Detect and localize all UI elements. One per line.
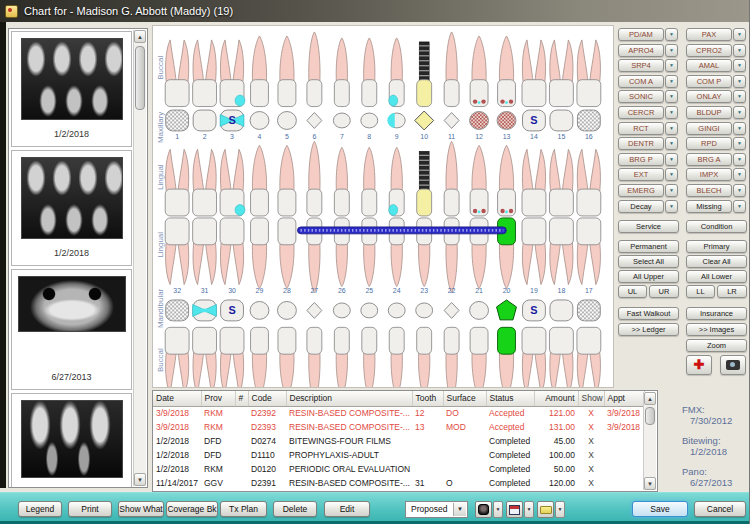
proc-button-brg-p[interactable]: BRG P <box>618 153 664 166</box>
tooth-16-lingual[interactable] <box>577 149 601 216</box>
tooth-8-buccal[interactable] <box>362 38 377 107</box>
proc-button-pd-am[interactable]: PD/AM <box>618 28 664 41</box>
tooth-3-lingual[interactable] <box>220 149 245 216</box>
tooth-11-buccal[interactable] <box>444 32 459 107</box>
tooth-7-lingual[interactable] <box>334 147 349 216</box>
primary-button[interactable]: Primary <box>686 240 747 253</box>
proc-dropdown-rct[interactable]: ▼ <box>665 122 678 135</box>
proc-dropdown-brg-a[interactable]: ▼ <box>733 153 746 166</box>
proc-button-gingi[interactable]: GINGI <box>686 122 732 135</box>
tooth-10-buccal[interactable] <box>417 42 432 107</box>
tooth-28-lingual[interactable] <box>278 218 296 289</box>
proc-dropdown-emerg[interactable]: ▼ <box>665 184 678 197</box>
tooth-20-occlusal[interactable] <box>497 300 517 320</box>
tooth-25-buccal[interactable] <box>362 327 377 387</box>
proc-dropdown-pax[interactable]: ▼ <box>733 28 746 41</box>
proc-dropdown-com-p[interactable]: ▼ <box>733 75 746 88</box>
column-header-surface[interactable]: Surface <box>443 391 486 406</box>
select-all-button[interactable]: Select All <box>618 255 679 268</box>
proc-button-pax[interactable]: PAX <box>686 28 732 41</box>
tooth-3-buccal[interactable] <box>220 40 245 107</box>
tooth-17-occlusal[interactable] <box>577 300 600 321</box>
proc-button-cercr[interactable]: CERCR <box>618 106 664 119</box>
tooth-4-buccal[interactable] <box>251 36 269 107</box>
tooth-31-occlusal[interactable] <box>193 300 217 321</box>
thumbnail-scrollbar[interactable]: ▲ ▼ <box>133 30 146 486</box>
tooth-4-occlusal[interactable] <box>250 112 269 130</box>
decay-dropdown[interactable]: ▼ <box>665 200 678 213</box>
tooth-14-buccal[interactable] <box>522 40 546 107</box>
delete-button[interactable]: Delete <box>273 501 317 517</box>
insurance-button[interactable]: Insurance <box>686 307 747 320</box>
fast-walkout-button[interactable]: Fast Walkout <box>618 307 679 320</box>
tooth-19-occlusal[interactable]: S <box>523 300 546 321</box>
proc-button-rct[interactable]: RCT <box>618 122 664 135</box>
proc-dropdown-cercr[interactable]: ▼ <box>665 106 678 119</box>
tooth-12-occlusal[interactable] <box>470 112 489 130</box>
tooth-12-buccal[interactable] <box>470 36 488 107</box>
tooth-10-lingual[interactable] <box>417 151 432 216</box>
proc-button-dentr[interactable]: DENTR <box>618 137 664 150</box>
tooth-7-buccal[interactable] <box>334 38 349 107</box>
scroll-up-icon[interactable]: ▲ <box>644 392 656 405</box>
dark-tooth-dropdown[interactable]: ▼ <box>493 501 503 518</box>
missing-button[interactable]: Missing <box>686 200 732 213</box>
proc-dropdown-amal[interactable]: ▼ <box>733 59 746 72</box>
proc-dropdown-gingi[interactable]: ▼ <box>733 122 746 135</box>
proc-dropdown-bldup[interactable]: ▼ <box>733 106 746 119</box>
tooth-20-buccal[interactable] <box>498 327 516 387</box>
title-bar[interactable]: Chart for - Madison G. Abbott (Maddy) (1… <box>0 0 749 22</box>
tooth-28-buccal[interactable] <box>278 327 296 387</box>
procedure-row[interactable]: 1/2/2018DFDD1110PROPHYLAXIS-ADULTComplet… <box>153 448 644 462</box>
tooth-22-buccal[interactable] <box>444 327 459 387</box>
tooth-10-occlusal[interactable] <box>415 111 434 130</box>
tooth-8-lingual[interactable] <box>362 147 377 216</box>
tooth-31-lingual[interactable] <box>193 218 217 285</box>
proc-button-sonic[interactable]: SONIC <box>618 90 664 103</box>
coverage-bk-button[interactable]: Coverage Bk <box>166 501 218 517</box>
tooth-29-occlusal[interactable] <box>250 301 269 319</box>
tooth-16-occlusal[interactable] <box>577 110 600 131</box>
tooth-2-occlusal[interactable] <box>193 110 216 131</box>
column-header-date[interactable]: Date <box>153 391 201 406</box>
tooth-3-occlusal[interactable]: S <box>220 110 244 131</box>
tooth-30-occlusal[interactable]: S <box>221 300 244 321</box>
dark-tooth-icon-button[interactable] <box>475 501 492 518</box>
column-header-[interactable]: # <box>235 391 248 406</box>
column-header-prov[interactable]: Prov <box>201 391 235 406</box>
proc-button-srp4[interactable]: SRP4 <box>618 59 664 72</box>
all-lower-button[interactable]: All Lower <box>686 270 747 283</box>
tooth-5-occlusal[interactable] <box>277 112 296 130</box>
tooth-15-buccal[interactable] <box>549 40 573 107</box>
tooth-7-occlusal[interactable] <box>333 113 350 128</box>
proc-button-bldup[interactable]: BLDUP <box>686 106 732 119</box>
zoom-button[interactable]: Zoom <box>686 339 747 352</box>
column-header-amount[interactable]: Amount <box>534 391 578 406</box>
procedure-row[interactable]: 11/14/2017GGVD2391RESIN-BASED COMPOSITE-… <box>153 476 644 490</box>
tooth-26-buccal[interactable] <box>334 327 349 387</box>
quadrant-ll-button[interactable]: LL <box>686 285 715 298</box>
status-filter-select[interactable]: Proposed ▼ <box>405 501 468 518</box>
tooth-28-occlusal[interactable] <box>277 301 296 319</box>
tooth-25-occlusal[interactable] <box>361 303 378 318</box>
window-icon-dropdown[interactable]: ▼ <box>524 501 534 518</box>
tooth-11-lingual[interactable] <box>444 141 459 216</box>
service-button[interactable]: Service <box>618 220 679 233</box>
procedure-row[interactable]: 3/9/2018RKMD2392RESIN-BASED COMPOSITE-..… <box>153 406 644 420</box>
proc-button-amal[interactable]: AMAL <box>686 59 732 72</box>
proc-dropdown-brg-p[interactable]: ▼ <box>665 153 678 166</box>
tooth-13-buccal[interactable] <box>498 36 516 107</box>
tooth-18-occlusal[interactable] <box>550 300 573 321</box>
tooth-23-buccal[interactable] <box>417 327 432 387</box>
tooth-27-buccal[interactable] <box>307 327 322 387</box>
proc-dropdown-impx[interactable]: ▼ <box>733 168 746 181</box>
tooth-2-lingual[interactable] <box>193 149 217 216</box>
legend-button[interactable]: Legend <box>18 501 62 517</box>
column-header-appt[interactable]: Appt <box>604 391 644 406</box>
tooth-13-lingual[interactable] <box>498 145 516 216</box>
proc-dropdown-com-a[interactable]: ▼ <box>665 75 678 88</box>
tooth-30-lingual[interactable] <box>220 218 244 285</box>
proc-dropdown-sonic[interactable]: ▼ <box>665 90 678 103</box>
tooth-21-occlusal[interactable] <box>470 301 489 319</box>
ledger-button[interactable]: >> Ledger <box>618 323 679 336</box>
